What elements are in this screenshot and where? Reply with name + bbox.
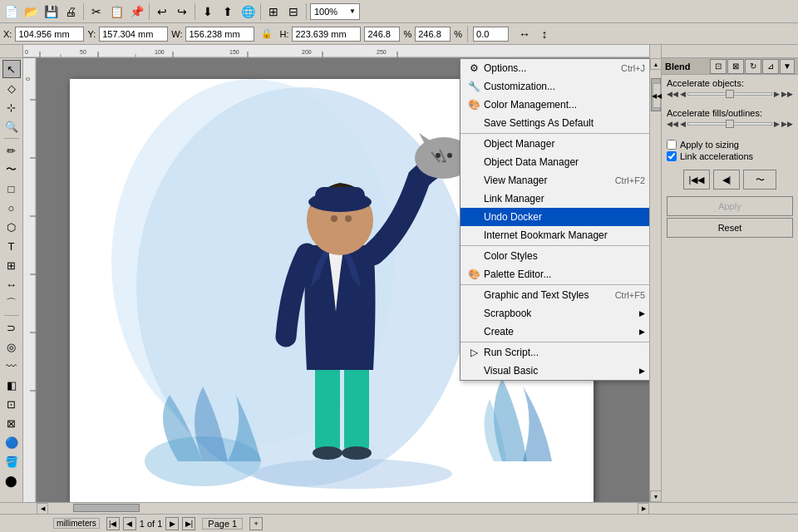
fill-tool[interactable]: 🪣 bbox=[2, 452, 21, 470]
y-input[interactable] bbox=[102, 29, 165, 39]
zoom-input[interactable] bbox=[314, 7, 347, 17]
text-tool[interactable]: T bbox=[2, 237, 21, 255]
menu-item-customization[interactable]: 🔧 Customization... bbox=[461, 77, 649, 96]
x-input[interactable] bbox=[18, 29, 81, 39]
scroll-track[interactable] bbox=[650, 70, 661, 490]
accel-obj-left-arrow[interactable]: ◀◀ bbox=[667, 90, 678, 98]
h-scroll-track[interactable] bbox=[48, 503, 638, 514]
accel-fill-left-arrow[interactable]: ◀◀ bbox=[667, 120, 678, 128]
add-page-btn[interactable]: + bbox=[249, 517, 263, 530]
rect-tool[interactable]: □ bbox=[2, 180, 21, 198]
new-btn[interactable]: 📄 bbox=[2, 2, 20, 21]
menu-item-scrapbook[interactable]: Scrapbook ▶ bbox=[461, 304, 649, 323]
contour-tool[interactable]: ◎ bbox=[2, 337, 21, 356]
smart-fill-tool[interactable]: ⬤ bbox=[2, 471, 21, 490]
scroll-up-btn[interactable]: ▲ bbox=[650, 58, 662, 70]
export-btn[interactable]: ⬆ bbox=[219, 2, 237, 21]
menu-item-internet-bookmark[interactable]: Internet Bookmark Manager bbox=[461, 226, 649, 244]
h2-input[interactable] bbox=[418, 29, 447, 39]
crop-tool[interactable]: ⊹ bbox=[2, 98, 21, 116]
h-input[interactable] bbox=[295, 29, 357, 39]
scroll-right-btn[interactable]: ▶ bbox=[638, 503, 649, 515]
blend-type-1[interactable]: ⊡ bbox=[710, 59, 727, 74]
menu-item-save-settings[interactable]: Save Settings As Default bbox=[461, 114, 649, 132]
blend-type-4[interactable]: ⊿ bbox=[762, 59, 779, 74]
panel-collapse-btn[interactable]: ◀◀ bbox=[653, 83, 661, 108]
menu-item-palette-editor[interactable]: 🎨 Palette Editor... bbox=[461, 265, 649, 283]
page-name-tab[interactable]: Page 1 bbox=[202, 518, 243, 530]
page-last-btn[interactable]: ▶| bbox=[182, 517, 195, 530]
redo-btn[interactable]: ↪ bbox=[173, 2, 191, 21]
page-first-btn[interactable]: |◀ bbox=[106, 517, 120, 530]
blend-type-2[interactable]: ⊠ bbox=[727, 59, 744, 74]
snap-btn[interactable]: ⊞ bbox=[264, 2, 283, 21]
menu-item-color-management[interactable]: 🎨 Color Management... bbox=[461, 96, 649, 114]
dim-tool[interactable]: ↔ bbox=[2, 275, 21, 293]
menu-item-undo-docker[interactable]: Undo Docker bbox=[461, 208, 649, 226]
smart-tool[interactable]: 〜 bbox=[2, 160, 21, 179]
publish-btn[interactable]: 🌐 bbox=[239, 2, 257, 21]
accel-objects-thumb[interactable] bbox=[726, 90, 734, 98]
accel-obj-left-arrow2[interactable]: ◀ bbox=[680, 90, 686, 98]
menu-item-link-manager[interactable]: Link Manager bbox=[461, 190, 649, 208]
connector-tool[interactable]: ⌒ bbox=[2, 294, 21, 313]
flip-h-btn[interactable]: ↔ bbox=[515, 25, 534, 43]
apply-sizing-checkbox[interactable] bbox=[667, 140, 677, 150]
ellipse-tool[interactable]: ○ bbox=[2, 199, 21, 217]
blend-type-3[interactable]: ↻ bbox=[745, 59, 761, 74]
table-tool[interactable]: ⊞ bbox=[2, 256, 21, 274]
menu-item-color-styles[interactable]: Color Styles bbox=[461, 247, 649, 265]
accel-objects-track[interactable] bbox=[687, 92, 772, 96]
save-btn[interactable]: 💾 bbox=[42, 2, 60, 21]
rotate-input[interactable] bbox=[476, 29, 505, 39]
scroll-left-btn[interactable]: ◀ bbox=[37, 503, 48, 515]
envelope-tool[interactable]: ⊡ bbox=[2, 395, 21, 413]
menu-item-create[interactable]: Create ▶ bbox=[461, 323, 649, 341]
page-next-btn[interactable]: ▶ bbox=[165, 517, 179, 530]
accel-fill-right-arrow2[interactable]: ▶▶ bbox=[781, 120, 793, 128]
menu-item-run-script[interactable]: ▷ Run Script... bbox=[461, 343, 649, 362]
accel-fills-thumb[interactable] bbox=[726, 120, 734, 128]
import-btn[interactable]: ⬇ bbox=[199, 2, 217, 21]
blend-ctrl-3[interactable]: 〜 bbox=[743, 170, 776, 190]
accel-fills-track[interactable] bbox=[687, 122, 772, 126]
menu-item-view-manager[interactable]: View Manager Ctrl+F2 bbox=[461, 171, 649, 190]
menu-item-graphic-text-styles[interactable]: Graphic and Text Styles Ctrl+F5 bbox=[461, 286, 649, 304]
blend-tool[interactable]: ⊃ bbox=[2, 318, 21, 337]
menu-item-object-data-manager[interactable]: Object Data Manager bbox=[461, 153, 649, 171]
select-tool[interactable]: ↖ bbox=[2, 60, 21, 78]
freehand-tool[interactable]: ✏ bbox=[2, 141, 21, 160]
accel-fill-right-arrow[interactable]: ▶ bbox=[774, 120, 780, 128]
blend-ctrl-2[interactable]: ◀| bbox=[713, 170, 740, 190]
menu-item-options[interactable]: ⚙ Options... Ctrl+J bbox=[461, 59, 649, 77]
accel-fill-left-arrow2[interactable]: ◀ bbox=[680, 120, 686, 128]
lock-ratio-btn[interactable]: 🔒 bbox=[258, 25, 276, 43]
apply-button[interactable]: Apply bbox=[667, 196, 793, 216]
page-prev-btn[interactable]: ◀ bbox=[123, 517, 136, 530]
shadow-tool[interactable]: ◧ bbox=[2, 376, 21, 394]
copy-btn[interactable]: 📋 bbox=[107, 2, 126, 21]
snap2-btn[interactable]: ⊟ bbox=[284, 2, 303, 21]
accel-obj-right-arrow2[interactable]: ▶▶ bbox=[781, 90, 793, 98]
cut-btn[interactable]: ✂ bbox=[87, 2, 106, 21]
poly-tool[interactable]: ⬡ bbox=[2, 218, 21, 236]
menu-item-visual-basic[interactable]: Visual Basic ▶ bbox=[461, 362, 649, 380]
scroll-down-btn[interactable]: ▼ bbox=[650, 490, 662, 502]
blend-expand[interactable]: ▼ bbox=[780, 59, 795, 74]
blend-ctrl-1[interactable]: |◀◀ bbox=[683, 170, 710, 190]
undo-btn[interactable]: ↩ bbox=[153, 2, 171, 21]
w-input[interactable] bbox=[189, 29, 251, 39]
extrude-tool[interactable]: ⊠ bbox=[2, 414, 21, 432]
print-btn[interactable]: 🖨 bbox=[62, 2, 80, 21]
open-btn[interactable]: 📂 bbox=[22, 2, 40, 21]
zoom-dropdown[interactable]: ▼ bbox=[349, 7, 356, 15]
menu-item-object-manager[interactable]: Object Manager bbox=[461, 135, 649, 153]
flip-v-btn[interactable]: ↕ bbox=[535, 25, 554, 43]
link-accel-checkbox[interactable] bbox=[667, 151, 677, 161]
reset-button[interactable]: Reset bbox=[667, 218, 793, 238]
accel-obj-right-arrow[interactable]: ▶ bbox=[774, 90, 780, 98]
eyedrop-tool[interactable]: 🔵 bbox=[2, 433, 21, 451]
paste-btn[interactable]: 📌 bbox=[127, 2, 145, 21]
shape-tool[interactable]: ◇ bbox=[2, 79, 21, 97]
h-scroll-thumb[interactable] bbox=[73, 504, 140, 512]
